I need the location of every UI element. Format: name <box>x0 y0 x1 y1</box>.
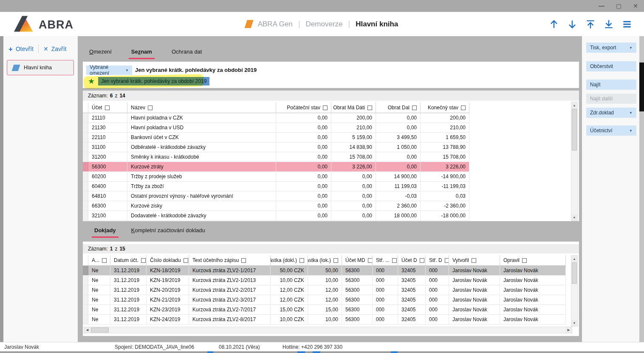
table-row[interactable]: Ne31.12.2019KZN-20/2019Kurzová ztráta ZL… <box>83 285 566 295</box>
column-filter-box-icon[interactable] <box>141 258 146 263</box>
minimize-button[interactable]: — <box>599 3 604 9</box>
open-book-button[interactable]: + Otevřít <box>8 46 34 53</box>
tab-omezeni[interactable]: Omezení <box>89 48 112 59</box>
table-row[interactable]: Ne31.12.2019KZN-24/2019Kurzová ztráta ZL… <box>83 315 566 325</box>
column-filter-box-icon[interactable] <box>445 258 449 263</box>
column-filter-box-icon[interactable] <box>333 258 338 263</box>
column-header-10[interactable]: Stř. D <box>426 255 449 265</box>
cell: Kurzová ztráta ZLV2-8/2017 <box>189 315 271 324</box>
cell: 15,00 CZK <box>271 305 308 314</box>
column-header-4[interactable]: Text účetního zápisu <box>189 255 271 265</box>
scroll-down-button[interactable]: ▼ <box>571 214 577 221</box>
vertical-scrollbar[interactable]: ▲ ▼ <box>571 102 578 221</box>
column-header-2[interactable]: Název <box>127 102 276 113</box>
column-header-4[interactable]: Obrat Má Dáti <box>331 102 376 113</box>
tab-kompletni-zauctovani[interactable]: Kompletní zaúčtování dokladu <box>131 227 205 238</box>
column-header-label: Číslo dokladu <box>150 255 181 265</box>
previous-record-button[interactable] <box>548 18 560 30</box>
column-filter-box-icon[interactable] <box>323 105 328 110</box>
column-header-2[interactable]: Datum účt. <box>110 255 147 265</box>
column-header-3[interactable]: Číslo dokladu <box>147 255 189 265</box>
cell: 56300 <box>342 315 373 324</box>
close-button[interactable]: ✕ <box>633 3 638 9</box>
cell: Kurzové zisky <box>127 201 276 211</box>
column-filter-box-icon[interactable] <box>299 258 304 263</box>
next-record-button[interactable] <box>566 18 578 30</box>
row-marker-gutter <box>83 102 88 113</box>
selected-restriction-item[interactable]: ★ Jen vybrané krátk. pohledávky za obdob… <box>88 77 209 85</box>
column-filter-box-icon[interactable] <box>522 258 527 263</box>
tab-seznam[interactable]: Seznam <box>131 48 152 59</box>
table-row[interactable]: 66300Kurzové zisky0,000,002 360,00-2 360… <box>83 201 469 211</box>
tab-ochrana-dat[interactable]: Ochrana dat <box>172 48 202 59</box>
table-row[interactable]: Ne31.12.2019KZN-21/2019Kurzová ztráta ZL… <box>83 295 566 305</box>
column-filter-box-icon[interactable] <box>184 258 188 263</box>
table-row[interactable]: 56300Kurzové ztráty0,003 226,000,003 226… <box>83 162 469 172</box>
scroll-down-button[interactable]: ▼ <box>571 320 577 326</box>
column-header-5[interactable]: Obrat Dal <box>376 102 421 113</box>
column-header-1[interactable]: Účet <box>88 102 127 113</box>
column-filter-box-icon[interactable] <box>420 258 424 263</box>
table-row[interactable]: Ne31.12.2019KZN-18/2019Kurzová ztráta ZL… <box>83 266 566 276</box>
column-header-label: Datum účt. <box>114 255 138 265</box>
maximize-button[interactable]: ▢ <box>616 3 621 9</box>
column-header-8[interactable]: Stř. ... <box>373 255 398 265</box>
refresh-button[interactable]: Občerstvit <box>586 61 636 71</box>
close-book-button[interactable]: ✕ Zavřít <box>43 46 67 52</box>
find-button[interactable]: Najít <box>586 80 636 90</box>
column-filter-box-icon[interactable] <box>105 105 110 110</box>
column-filter-box-icon[interactable] <box>367 105 372 110</box>
scroll-right-button[interactable]: ▶ <box>565 327 572 333</box>
column-header-3[interactable]: Počáteční stav <box>276 102 331 113</box>
restriction-dropdown[interactable]: Vybrané omezení ▼ <box>86 65 132 75</box>
column-header-1[interactable]: A... <box>88 255 110 265</box>
column-header-6[interactable]: Konečný stav <box>421 102 469 113</box>
table-row[interactable]: 32100Dodavatelé - krátkodobé závazky0,00… <box>83 211 469 221</box>
last-record-button[interactable] <box>603 18 615 30</box>
column-header-9[interactable]: Účet D <box>398 255 426 265</box>
column-filter-box-icon[interactable] <box>392 258 397 263</box>
column-header-12[interactable]: Opravil <box>500 255 566 265</box>
column-header-7[interactable]: Účet MD <box>342 255 373 265</box>
scrollbar-thumb[interactable] <box>572 262 577 284</box>
column-header-6[interactable]: Částka (lok.) <box>308 255 342 265</box>
scroll-up-button[interactable]: ▲ <box>571 102 577 108</box>
accounting-button[interactable]: Účetnictví▼ <box>586 125 636 136</box>
table-row[interactable]: 31100Odběratelé - krátkodobé závazky0,00… <box>83 142 469 152</box>
column-header-5[interactable]: Částka (dokl.) <box>271 255 308 265</box>
column-filter-box-icon[interactable] <box>148 105 153 110</box>
horizontal-scrollbar[interactable]: ◀ ▶ <box>84 327 572 333</box>
column-filter-box-icon[interactable] <box>412 105 417 110</box>
column-filter-box-icon[interactable] <box>368 258 373 263</box>
vertical-scrollbar[interactable]: ▲ ▼ <box>571 255 578 327</box>
table-row[interactable]: 64810Ostatní provozní výnosy - haléřové … <box>83 191 469 201</box>
table-row[interactable]: 21130Hlavní pokladna v USD0,00210,000,00… <box>83 123 469 133</box>
sidebar-item-hlavni-kniha[interactable]: Hlavní kniha <box>7 60 74 75</box>
cell: Kurzová ztráta ZLV2-1/2017 <box>189 266 271 275</box>
scrollbar-thumb[interactable] <box>91 327 109 333</box>
table-row[interactable]: 21110Hlavní pokladna v CZK0,00200,000,00… <box>83 113 469 123</box>
cell: 0,00 <box>331 211 376 220</box>
tab-doklady[interactable]: Doklady <box>94 227 116 238</box>
table-row[interactable]: 22110Bankovní účet v CZK0,005 159,003 49… <box>83 133 469 142</box>
column-header-11[interactable]: Vytvořil <box>449 255 500 265</box>
column-filter-box-icon[interactable] <box>472 258 476 263</box>
column-filter-box-icon[interactable] <box>461 105 466 110</box>
first-record-button[interactable] <box>585 18 596 30</box>
table-row[interactable]: Ne31.12.2019KZN-23/2019Kurzová ztráta ZL… <box>83 305 566 315</box>
table-row[interactable]: 31200Směnky k inkasu - krátkodobé0,0015 … <box>83 152 469 162</box>
scroll-left-button[interactable]: ◀ <box>84 327 90 333</box>
scroll-up-button[interactable]: ▲ <box>571 256 577 262</box>
column-filter-box-icon[interactable] <box>241 258 246 263</box>
table-row[interactable]: Ne31.12.2019KZN-19/2019Kurzová ztráta ZL… <box>83 276 566 285</box>
column-filter-box-icon[interactable] <box>102 258 107 263</box>
scrollbar-thumb[interactable] <box>572 109 577 151</box>
cell: Jaroslav Novák <box>500 266 566 275</box>
column-header-label: Stř. D <box>429 255 442 265</box>
table-row[interactable]: 60200Tržby z prodeje služeb0,000,0014 90… <box>83 172 469 182</box>
table-row[interactable]: 60400Tržby za zboží0,000,0011 199,03-11 … <box>83 182 469 191</box>
menu-button[interactable] <box>621 18 633 30</box>
source-document-button[interactable]: Zdr.doklad▼ <box>586 108 636 118</box>
row-marker <box>83 191 88 201</box>
print-export-button[interactable]: Tisk, export▼ <box>586 43 636 53</box>
